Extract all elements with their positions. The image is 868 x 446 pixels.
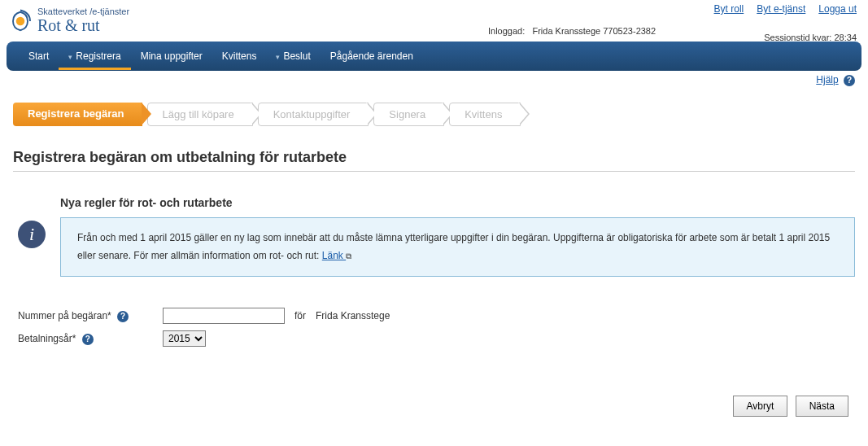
payment-year-select[interactable]: 2015: [163, 330, 206, 347]
header: Byt roll Byt e-tjänst Logga ut Skattever…: [0, 0, 868, 38]
for-label: för: [294, 310, 306, 321]
nav-decision[interactable]: Beslut: [266, 42, 320, 70]
cancel-button[interactable]: Avbryt: [733, 396, 788, 417]
logged-in-name: Frida Kransstege 770523-2382: [532, 26, 656, 36]
help-icon[interactable]: ?: [844, 75, 855, 86]
logged-in-label: Inloggad:: [488, 26, 525, 36]
help-row: Hjälp ?: [0, 71, 868, 86]
svg-point-0: [16, 16, 25, 25]
logged-in-info: Inloggad: Frida Kransstege 770523-2382: [488, 26, 656, 36]
form: Nummer på begäran* ? för Frida Kranssteg…: [18, 308, 855, 347]
wizard-step-add-buyer: Lägg till köpare: [147, 103, 253, 126]
external-link-icon: ⧉: [346, 251, 351, 260]
info-body: Från och med 1 april 2015 gäller en ny l…: [77, 232, 830, 261]
wizard-step-register[interactable]: Registrera begäran: [13, 103, 142, 126]
payment-year-label: Betalningsår* ?: [18, 333, 156, 345]
breadcrumb: Skatteverket /e-tjänster: [37, 7, 129, 16]
info-icon: i: [18, 221, 46, 248]
wizard-step-contact: Kontaktuppgifter: [258, 103, 369, 126]
title-divider: [13, 171, 855, 172]
nav-start[interactable]: Start: [19, 42, 59, 70]
nav-ongoing[interactable]: Pågående ärenden: [321, 42, 423, 70]
switch-role-link[interactable]: Byt roll: [714, 3, 744, 15]
button-row: Avbryt Nästa: [13, 396, 855, 417]
next-button[interactable]: Nästa: [796, 396, 848, 417]
nav-my-data[interactable]: Mina uppgifter: [131, 42, 212, 70]
for-name: Frida Kransstege: [316, 310, 390, 321]
nav-receipt[interactable]: Kvittens: [212, 42, 267, 70]
nav-register[interactable]: Registrera: [59, 42, 130, 70]
request-number-input[interactable]: [163, 308, 285, 324]
wizard-step-sign: Signera: [373, 103, 444, 126]
info-section: i Nya regler för rot- och rutarbete Från…: [18, 196, 855, 277]
help-icon[interactable]: ?: [82, 334, 94, 345]
session-timer: Sessionstid kvar: 28:34: [764, 33, 857, 42]
help-link[interactable]: Hjälp: [816, 74, 838, 85]
logout-link[interactable]: Logga ut: [818, 3, 857, 15]
top-links: Byt roll Byt e-tjänst Logga ut: [714, 3, 857, 15]
help-icon[interactable]: ?: [117, 311, 129, 322]
app-title: Rot & rut: [37, 16, 129, 35]
switch-service-link[interactable]: Byt e-tjänst: [757, 3, 805, 15]
page-title: Registrera begäran om utbetalning för ru…: [13, 149, 855, 166]
info-box: Från och med 1 april 2015 gäller en ny l…: [60, 217, 855, 277]
main-nav: Start Registrera Mina uppgifter Kvittens…: [7, 42, 861, 71]
wizard-step-receipt: Kvittens: [449, 103, 521, 126]
skatteverket-logo-icon: [8, 9, 33, 33]
request-number-label: Nummer på begäran* ?: [18, 310, 156, 322]
info-link[interactable]: Länk: [322, 250, 346, 261]
wizard-steps: Registrera begäran Lägg till köpare Kont…: [13, 103, 855, 126]
info-heading: Nya regler för rot- och rutarbete: [60, 196, 855, 209]
